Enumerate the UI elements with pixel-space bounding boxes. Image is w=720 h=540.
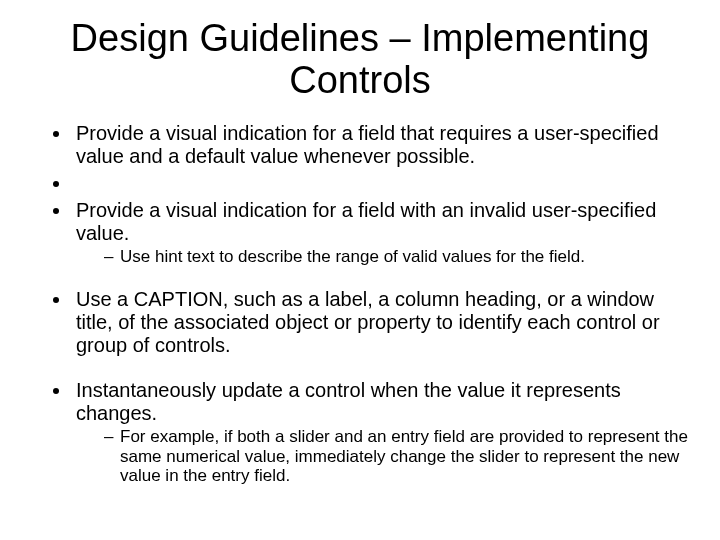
list-item: Use a CAPTION, such as a label, a column… bbox=[72, 288, 690, 357]
bullet-text: Use hint text to describe the range of v… bbox=[120, 247, 585, 266]
list-item: For example, if both a slider and an ent… bbox=[104, 427, 690, 486]
list-item bbox=[72, 172, 690, 195]
list-item: Provide a visual indication for a field … bbox=[72, 199, 690, 267]
bullet-text: For example, if both a slider and an ent… bbox=[120, 427, 688, 485]
bullet-text: Instantaneously update a control when th… bbox=[76, 379, 621, 424]
slide-title: Design Guidelines – Implementing Control… bbox=[60, 18, 660, 102]
sub-bullet-list: Use hint text to describe the range of v… bbox=[76, 247, 690, 267]
bullet-text: Provide a visual indication for a field … bbox=[76, 199, 656, 244]
bullet-list: Provide a visual indication for a field … bbox=[30, 122, 690, 486]
slide: Design Guidelines – Implementing Control… bbox=[0, 0, 720, 540]
bullet-text: Provide a visual indication for a field … bbox=[76, 122, 659, 167]
list-item: Use hint text to describe the range of v… bbox=[104, 247, 690, 267]
list-item: Provide a visual indication for a field … bbox=[72, 122, 690, 168]
bullet-text: Use a CAPTION, such as a label, a column… bbox=[76, 288, 660, 356]
sub-bullet-list: For example, if both a slider and an ent… bbox=[76, 427, 690, 486]
list-item: Instantaneously update a control when th… bbox=[72, 379, 690, 486]
